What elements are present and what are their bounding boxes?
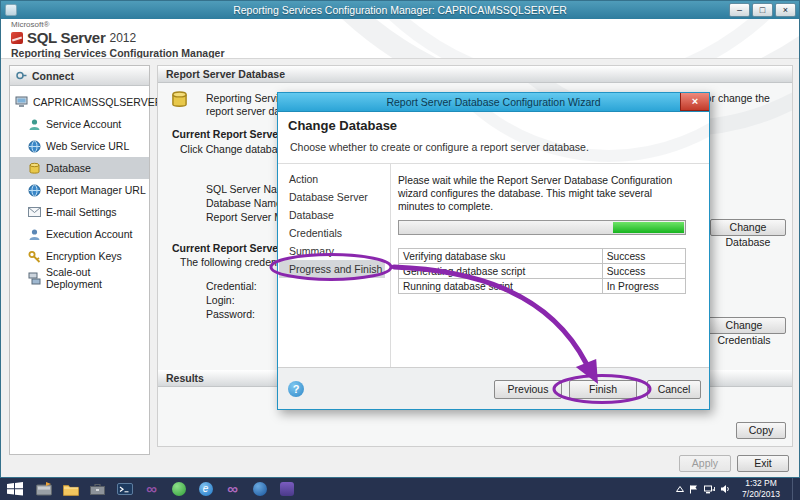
sidebar-item-encryption-keys[interactable]: Encryption Keys [10, 245, 149, 267]
dialog-footer: ? Previous Finish Cancel [278, 367, 709, 409]
taskbar-ie-icon[interactable]: e [192, 478, 219, 500]
task-status: In Progress [602, 279, 685, 294]
step-database[interactable]: Database [279, 206, 385, 224]
sidebar-server-node[interactable]: CAPRICA\MSSQLSERVER [10, 91, 149, 113]
taskbar-visual-studio-icon[interactable]: ∞ [138, 478, 165, 500]
apply-button[interactable]: Apply [679, 455, 731, 472]
sidebar-item-label: Execution Account [46, 228, 132, 240]
app-name: Reporting Services Configuration Manager [11, 47, 225, 59]
task-name: Verifying database sku [399, 249, 603, 264]
change-credentials-button[interactable]: Change Credentials [702, 317, 786, 334]
step-database-server[interactable]: Database Server [279, 188, 385, 206]
infinity-icon: ∞ [227, 482, 238, 496]
sidebar-item-label: Database [46, 162, 91, 174]
step-progress-and-finish[interactable]: Progress and Finish [279, 260, 385, 278]
taskbar-console-window-icon[interactable] [111, 478, 138, 500]
system-tray: 1:32 PM 7/20/2013 [676, 478, 800, 500]
progress-bar [398, 220, 686, 235]
clock-time: 1:32 PM [735, 478, 787, 489]
step-action[interactable]: Action [279, 170, 385, 188]
dialog-titlebar[interactable]: Report Server Database Configuration Wiz… [278, 93, 709, 112]
task-status: Success [602, 264, 685, 279]
sidebar-item-label: Report Manager URL [46, 184, 146, 196]
taskbar-toolbox-icon[interactable] [84, 478, 111, 500]
dialog-heading: Change Database [288, 118, 397, 133]
password-label: Password: [206, 308, 255, 321]
service-account-icon [28, 118, 41, 131]
copy-button[interactable]: Copy [736, 422, 786, 439]
exit-button[interactable]: Exit [737, 455, 789, 472]
table-row: Generating database script Success [399, 264, 686, 279]
globe-icon [28, 184, 41, 197]
product-name: SQL Server [27, 29, 105, 46]
sidebar-item-label: E-mail Settings [46, 206, 117, 218]
maximize-button[interactable]: □ [752, 3, 773, 17]
app-header: Microsoft® SQL Server 2012 Reporting Ser… [1, 19, 799, 59]
sidebar-item-report-manager-url[interactable]: Report Manager URL [10, 179, 149, 201]
database-name-label: Database Name: [206, 197, 285, 210]
browser-icon: e [199, 482, 213, 496]
change-database-button[interactable]: Change Database [710, 219, 786, 236]
step-summary[interactable]: Summary [279, 242, 385, 260]
taskbar-server-manager-icon[interactable] [30, 478, 57, 500]
start-button[interactable] [0, 478, 30, 500]
scale-out-icon [28, 272, 41, 285]
table-row: Running database script In Progress [399, 279, 686, 294]
key-icon [28, 250, 41, 263]
taskbar-green-app-icon[interactable] [165, 478, 192, 500]
steps-divider [390, 164, 391, 369]
cancel-button[interactable]: Cancel [647, 380, 701, 399]
task-status: Success [602, 249, 685, 264]
taskbar: ∞ e ∞ 1:32 PM 7/20/2013 [0, 478, 800, 500]
sidebar-item-email-settings[interactable]: E-mail Settings [10, 201, 149, 223]
previous-button[interactable]: Previous [494, 380, 562, 399]
task-status-table: Verifying database sku Success Generatin… [398, 248, 686, 294]
window-controls: – □ × [729, 3, 796, 17]
sidebar-item-scale-out-deployment[interactable]: Scale-out Deployment [10, 267, 149, 289]
server-name: CAPRICA\MSSQLSERVER [33, 96, 162, 108]
minimize-button[interactable]: – [729, 3, 750, 17]
app-icon [5, 4, 17, 16]
close-button[interactable]: × [775, 3, 796, 17]
window-titlebar[interactable]: Reporting Services Configuration Manager… [1, 1, 799, 19]
finish-button[interactable]: Finish [569, 380, 637, 399]
database-icon [28, 162, 41, 175]
dialog-subheading: Choose whether to create or configure a … [290, 141, 589, 153]
execution-account-icon [28, 228, 41, 241]
server-tree: CAPRICA\MSSQLSERVER Service Account [10, 86, 149, 289]
taskbar-sql-app-icon[interactable] [246, 478, 273, 500]
tray-flag-icon[interactable] [689, 484, 699, 494]
task-name: Generating database script [399, 264, 603, 279]
database-section-icon [170, 90, 189, 109]
taskbar-file-explorer-icon[interactable] [57, 478, 84, 500]
tray-up-arrow-icon[interactable] [676, 485, 684, 493]
tray-network-icon[interactable] [704, 484, 715, 494]
decorative-swoosh [219, 19, 799, 59]
desktop: Reporting Services Configuration Manager… [0, 0, 800, 500]
login-label: Login: [206, 294, 235, 307]
sidebar-item-service-account[interactable]: Service Account [10, 113, 149, 135]
brand-block: Microsoft® SQL Server 2012 Reporting Ser… [11, 20, 225, 59]
dialog-header: Change Database Choose whether to create… [278, 112, 709, 164]
step-credentials[interactable]: Credentials [279, 224, 385, 242]
infinity-icon: ∞ [146, 482, 157, 496]
decorative-swoosh [299, 19, 799, 59]
task-name: Running database script [399, 279, 603, 294]
progress-bar-fill [613, 222, 685, 233]
dialog-close-button[interactable]: × [680, 93, 709, 111]
clock-date: 7/20/2013 [735, 489, 787, 500]
sidebar-item-label: Service Account [46, 118, 121, 130]
envelope-icon [28, 207, 41, 217]
sidebar-item-database[interactable]: Database [10, 157, 149, 179]
show-desktop-button[interactable] [792, 478, 798, 500]
tray-volume-icon[interactable] [720, 484, 730, 494]
taskbar-visual-studio-2012-icon[interactable]: ∞ [219, 478, 246, 500]
product-version: 2012 [109, 31, 136, 45]
sidebar-item-execution-account[interactable]: Execution Account [10, 223, 149, 245]
sidebar-item-web-service-url[interactable]: Web Service URL [10, 135, 149, 157]
help-icon[interactable]: ? [288, 381, 304, 397]
taskbar-app-icon[interactable] [273, 478, 300, 500]
taskbar-clock[interactable]: 1:32 PM 7/20/2013 [735, 478, 787, 499]
credential-label: Credential: [206, 280, 257, 293]
page-title: Report Server Database [158, 66, 792, 83]
